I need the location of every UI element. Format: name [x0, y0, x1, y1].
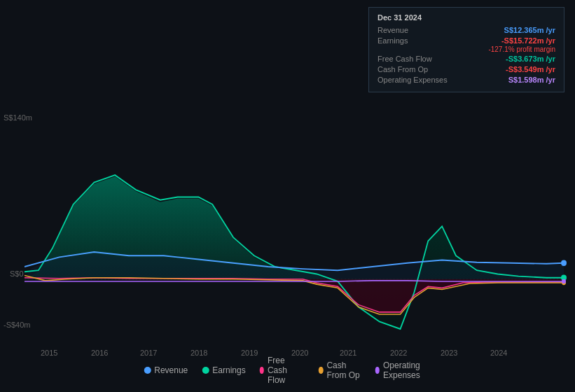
earnings-label: Earnings [377, 36, 455, 45]
fcf-label: Free Cash Flow [377, 55, 455, 63]
earnings-value: -S$15.722m /yr [501, 36, 555, 45]
profit-margin: -127.1% profit margin [377, 46, 555, 53]
chart-svg [25, 111, 567, 345]
chart-container: Dec 31 2024 Revenue S$12.365m /yr Earnin… [0, 0, 575, 392]
cfo-row: Cash From Op -S$3.549m /yr [377, 65, 555, 74]
legend-dot-cfo [319, 367, 323, 374]
revenue-row: Revenue S$12.365m /yr [377, 26, 555, 34]
y-label-0: S$0 [10, 270, 24, 278]
opex-row: Operating Expenses S$1.598m /yr [377, 76, 555, 84]
legend-label-cfo: Cash From Op [326, 360, 361, 380]
legend-dot-earnings [202, 367, 209, 374]
x-label-2016: 2016 [91, 349, 108, 357]
earnings-row: Earnings -S$15.722m /yr [377, 36, 555, 45]
legend-fcf: Free Cash Flow [260, 356, 305, 385]
svg-point-5 [562, 279, 566, 284]
revenue-label: Revenue [377, 26, 455, 34]
legend-earnings: Earnings [202, 365, 245, 375]
fcf-row: Free Cash Flow -S$3.673m /yr [377, 55, 555, 63]
chart-legend: Revenue Earnings Free Cash Flow Cash Fro… [144, 356, 431, 385]
info-box: Dec 31 2024 Revenue S$12.365m /yr Earnin… [368, 7, 564, 92]
x-label-2023: 2023 [441, 349, 457, 357]
x-label-2024: 2024 [490, 349, 507, 357]
legend-cfo: Cash From Op [319, 360, 361, 380]
legend-dot-opex [375, 367, 380, 374]
legend-opex: Operating Expenses [375, 360, 431, 380]
legend-label-revenue: Revenue [154, 365, 188, 375]
fcf-value: -S$3.673m /yr [506, 55, 555, 63]
legend-dot-fcf [260, 367, 264, 374]
opex-value: S$1.598m /yr [508, 76, 555, 84]
opex-label: Operating Expenses [377, 76, 455, 84]
cfo-value: -S$3.549m /yr [506, 65, 555, 74]
legend-dot-revenue [144, 367, 151, 374]
x-label-2015: 2015 [41, 349, 57, 357]
revenue-value: S$12.365m /yr [504, 26, 555, 34]
legend-label-fcf: Free Cash Flow [268, 356, 305, 385]
info-date: Dec 31 2024 [377, 13, 555, 22]
cfo-label: Cash From Op [377, 65, 455, 74]
svg-point-1 [561, 260, 567, 266]
legend-label-earnings: Earnings [212, 365, 245, 375]
legend-revenue: Revenue [144, 365, 188, 375]
legend-label-opex: Operating Expenses [383, 360, 431, 380]
